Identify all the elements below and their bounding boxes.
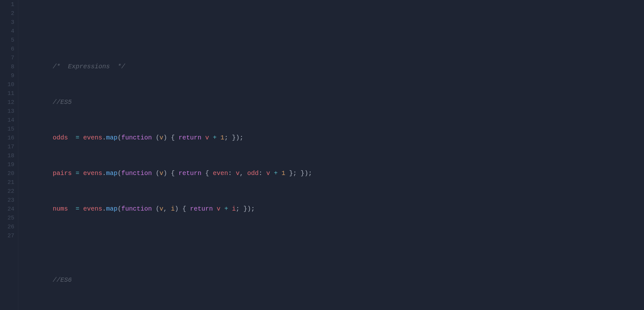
semicolon: ; [236, 205, 239, 212]
line-number: 25 [0, 213, 16, 222]
comma: , [163, 205, 167, 212]
space [278, 170, 282, 177]
parameter: i [171, 205, 175, 212]
paren-close: ) [305, 170, 308, 177]
space [167, 170, 171, 177]
line-number: 17 [0, 142, 16, 151]
space [167, 205, 171, 212]
code-line[interactable]: nums = evens.map(function (v, i) { retur… [22, 205, 644, 213]
brace-open: { [205, 170, 209, 177]
code-area[interactable]: /* Expressions */ //ES5 odds = evens.map… [18, 0, 644, 310]
paren-open: ( [156, 205, 159, 212]
function-name: map [106, 205, 117, 212]
line-number: 12 [0, 98, 16, 107]
paren-open: ( [156, 134, 159, 141]
line-number: 26 [0, 222, 16, 231]
space [175, 134, 178, 141]
parameter: v [159, 134, 163, 141]
space [152, 205, 156, 212]
line-number: 11 [0, 89, 16, 98]
semicolon: ; [224, 134, 228, 141]
line-number: 23 [0, 196, 16, 205]
operator-assign: = [76, 205, 79, 212]
space [152, 134, 156, 141]
brace-close: } [301, 170, 305, 177]
line-number: 3 [0, 18, 16, 27]
line-number: 7 [0, 53, 16, 62]
paren-close: ) [236, 134, 239, 141]
code-line[interactable]: //ES6 [22, 276, 644, 285]
keyword-return: return [190, 205, 213, 212]
line-number: 27 [0, 231, 16, 240]
operator-assign: = [76, 134, 79, 141]
line-number: 1 [0, 0, 16, 9]
code-line[interactable]: //ES5 [22, 98, 644, 107]
paren-open: ( [156, 170, 159, 177]
space [72, 170, 76, 177]
identifier: v [205, 134, 209, 141]
number: 1 [282, 170, 285, 177]
space [228, 134, 232, 141]
line-number: 16 [0, 133, 16, 142]
space [262, 170, 266, 177]
line-number: 13 [0, 107, 16, 116]
space [213, 205, 217, 212]
identifier: v [266, 170, 270, 177]
brace-close: } [243, 205, 247, 212]
identifier: evens [83, 170, 102, 177]
space [209, 134, 213, 141]
identifier: v [236, 170, 239, 177]
code-editor[interactable]: 1 2 3 4 5 6 7 8 9 10 11 12 13 14 15 16 1… [0, 0, 644, 310]
code-line[interactable] [22, 240, 644, 249]
comma: , [239, 170, 243, 177]
keyword-return: return [178, 170, 201, 177]
code-line[interactable]: pairs = evens.map(function (v) { return … [22, 169, 644, 178]
line-number: 9 [0, 71, 16, 80]
code-line[interactable]: /* Expressions */ [22, 62, 644, 71]
line-comment: //ES6 [53, 276, 72, 284]
space [186, 205, 190, 212]
line-number: 4 [0, 27, 16, 36]
code-line[interactable] [22, 27, 644, 36]
space [243, 170, 247, 177]
identifier: nums [53, 205, 68, 212]
space [201, 134, 205, 141]
colon: : [228, 170, 232, 177]
space [239, 205, 243, 212]
space [201, 170, 205, 177]
paren-close: ) [247, 205, 251, 212]
number: 1 [220, 134, 224, 141]
dot: . [102, 170, 106, 177]
dot: . [102, 205, 106, 212]
dot: . [102, 134, 106, 141]
space [285, 170, 289, 177]
paren-close: ) [163, 170, 167, 177]
semicolon: ; [239, 134, 243, 141]
line-number: 20 [0, 169, 16, 178]
function-name: map [106, 170, 117, 177]
space [228, 205, 232, 212]
brace-open: { [182, 205, 186, 212]
paren-open: ( [117, 170, 121, 177]
space [68, 134, 76, 141]
space [79, 134, 83, 141]
line-comment: //ES5 [53, 98, 72, 106]
identifier: i [232, 205, 236, 212]
line-number: 22 [0, 187, 16, 196]
space [178, 205, 182, 212]
space [152, 170, 156, 177]
semicolon: ; [293, 170, 297, 177]
space [209, 170, 213, 177]
identifier: v [217, 205, 220, 212]
keyword-return: return [178, 134, 201, 141]
line-number: 6 [0, 44, 16, 53]
identifier: evens [83, 134, 102, 141]
paren-open: ( [117, 134, 121, 141]
block-comment: /* Expressions */ [53, 63, 125, 70]
space [297, 170, 301, 177]
code-line[interactable]: odds = evens.map(function (v) { return v… [22, 133, 644, 142]
space [79, 205, 83, 212]
line-number: 14 [0, 116, 16, 125]
space [175, 170, 178, 177]
line-number: 15 [0, 125, 16, 133]
